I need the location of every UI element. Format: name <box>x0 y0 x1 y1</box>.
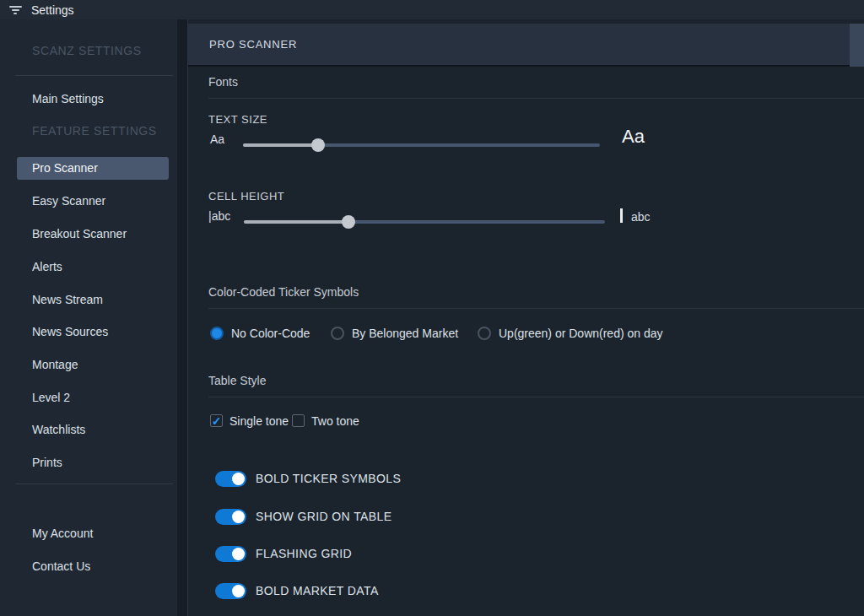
sidebar-item-easy-scanner[interactable]: Easy Scanner <box>32 193 105 208</box>
radio-icon[interactable] <box>210 327 224 340</box>
radio-icon[interactable] <box>478 327 491 340</box>
section-divider <box>208 98 864 99</box>
radio-no-color-code[interactable]: No Color-Code <box>210 326 310 341</box>
toggle-knob <box>232 548 245 560</box>
sidebar-item-breakout-scanner[interactable]: Breakout Scanner <box>32 226 127 241</box>
settings-window: Settings SCANZ SETTINGS Main Settings FE… <box>0 0 864 616</box>
sidebar-item-my-account[interactable]: My Account <box>32 526 93 541</box>
text-size-label: TEXT SIZE <box>208 113 267 126</box>
checkbox-two-tone[interactable]: Two tone <box>292 413 359 428</box>
panel-header: PRO SCANNER <box>188 24 864 67</box>
radio-label: No Color-Code <box>231 327 310 340</box>
toggle-knob <box>232 473 245 485</box>
checkbox-label: Two tone <box>311 414 359 428</box>
cell-height-min-label: |abc <box>208 209 230 223</box>
top-bar: Settings <box>0 0 864 19</box>
vertical-scrollbar[interactable] <box>850 24 864 67</box>
radio-icon[interactable] <box>331 327 344 340</box>
sidebar-header-feature-settings: FEATURE SETTINGS <box>32 124 157 138</box>
slider-thumb[interactable] <box>311 138 325 152</box>
toggle-label: SHOW GRID ON TABLE <box>256 510 392 523</box>
filter-icon[interactable] <box>8 6 23 14</box>
section-divider <box>208 397 864 397</box>
text-size-min-label: Aa <box>210 132 224 146</box>
slider-fill <box>243 143 318 147</box>
toggle-bold-ticker-symbols[interactable] <box>215 471 246 487</box>
cell-height-label: CELL HEIGHT <box>208 190 284 203</box>
section-title-color-coded: Color-Coded Ticker Symbols <box>208 285 359 299</box>
cell-height-max-label: abc <box>631 210 651 224</box>
toggle-bold-market-data[interactable] <box>215 583 246 599</box>
sidebar-item-pro-scanner[interactable]: Pro Scanner <box>17 157 169 180</box>
text-size-max-label: Aa <box>622 126 645 148</box>
radio-label: By Belonged Market <box>352 327 458 340</box>
toggle-row-show-grid-on-table: SHOW GRID ON TABLE <box>215 508 392 525</box>
section-title-table-style: Table Style <box>208 374 266 387</box>
toggle-flashing-grid[interactable] <box>215 546 246 562</box>
sidebar-divider <box>15 484 173 484</box>
radio-by-belonged-market[interactable]: By Belonged Market <box>331 326 458 341</box>
sidebar-item-alerts[interactable]: Alerts <box>32 259 62 274</box>
toggle-row-bold-ticker-symbols: BOLD TICKER SYMBOLS <box>215 470 401 487</box>
toggle-label: BOLD MARKET DATA <box>256 584 379 597</box>
toggle-label: BOLD TICKER SYMBOLS <box>256 472 401 485</box>
sidebar-item-prints[interactable]: Prints <box>32 455 62 470</box>
sidebar: SCANZ SETTINGS Main Settings FEATURE SET… <box>0 19 177 616</box>
slider-fill <box>244 220 348 224</box>
toggle-label: FLASHING GRID <box>256 547 352 560</box>
checkbox-icon[interactable] <box>292 414 305 427</box>
sidebar-item-watchlists[interactable]: Watchlists <box>32 422 85 437</box>
main-panel: PRO SCANNER Fonts TEXT SIZE Aa Aa CELL H… <box>187 19 864 616</box>
slider-track[interactable] <box>244 220 605 224</box>
radio-label: Up(green) or Down(red) on day <box>499 327 663 340</box>
toggle-row-bold-market-data: BOLD MARKET DATA <box>215 582 379 599</box>
checkbox-single-tone[interactable]: ✓ Single tone <box>210 413 289 428</box>
sidebar-item-level-2[interactable]: Level 2 <box>32 390 70 405</box>
toggle-knob <box>232 585 245 597</box>
slider-track[interactable] <box>243 143 600 147</box>
toggle-knob <box>232 511 245 523</box>
window-title: Settings <box>31 3 74 17</box>
panel-title: PRO SCANNER <box>209 38 297 51</box>
sidebar-item-montage[interactable]: Montage <box>32 357 78 372</box>
slider-thumb[interactable] <box>342 215 355 229</box>
cell-height-max-bar-icon <box>620 208 623 223</box>
checkbox-icon[interactable]: ✓ <box>210 414 223 427</box>
cell-height-slider[interactable] <box>244 215 605 229</box>
sidebar-item-news-stream[interactable]: News Stream <box>32 292 103 307</box>
sidebar-item-main-settings[interactable]: Main Settings <box>32 91 104 106</box>
sidebar-item-contact-us[interactable]: Contact Us <box>32 559 90 574</box>
checkbox-label: Single tone <box>230 414 289 428</box>
radio-up-down-on-day[interactable]: Up(green) or Down(red) on day <box>478 326 663 341</box>
sidebar-divider <box>15 75 173 76</box>
text-size-slider[interactable] <box>243 138 600 152</box>
sidebar-item-news-sources[interactable]: News Sources <box>32 324 108 339</box>
sidebar-header-scanz-settings: SCANZ SETTINGS <box>32 44 142 57</box>
toggle-show-grid-on-table[interactable] <box>215 509 246 525</box>
section-divider <box>208 308 864 309</box>
toggle-row-flashing-grid: FLASHING GRID <box>215 545 352 562</box>
section-title-fonts: Fonts <box>208 75 238 89</box>
